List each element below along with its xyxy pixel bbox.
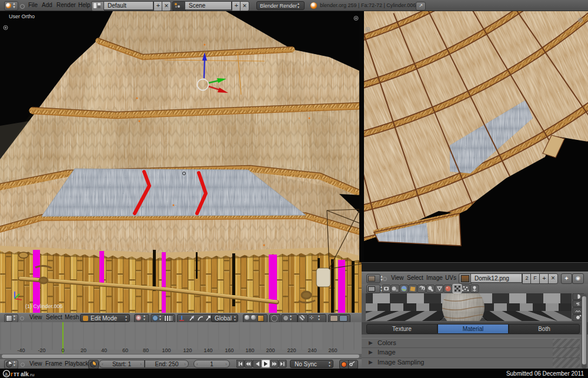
svg-text:100: 100: [162, 347, 171, 353]
svg-text:220: 220: [287, 347, 296, 353]
svg-text:60: 60: [122, 347, 128, 353]
svg-text:(1) Cylinder.006: (1) Cylinder.006: [25, 303, 63, 309]
svg-text:тт: тт: [14, 371, 19, 377]
svg-text:-40: -40: [17, 347, 25, 353]
svg-text:240: 240: [308, 347, 316, 353]
svg-text:0: 0: [61, 347, 64, 353]
svg-text:180: 180: [245, 347, 254, 353]
svg-text:200: 200: [266, 347, 275, 353]
svg-text:140: 140: [203, 347, 212, 353]
svg-text:20: 20: [81, 347, 86, 353]
svg-text:.ru: .ru: [29, 372, 34, 377]
svg-text:260: 260: [328, 347, 337, 353]
svg-text:40: 40: [101, 347, 107, 353]
svg-text:a: a: [5, 371, 8, 377]
svg-text:User Ortho: User Ortho: [9, 14, 35, 19]
svg-text:120: 120: [183, 347, 192, 353]
svg-text:r: r: [11, 371, 13, 377]
svg-text:80: 80: [143, 347, 149, 353]
svg-text:-20: -20: [38, 347, 45, 353]
svg-text:160: 160: [225, 347, 233, 353]
svg-text:alk: alk: [21, 371, 29, 377]
